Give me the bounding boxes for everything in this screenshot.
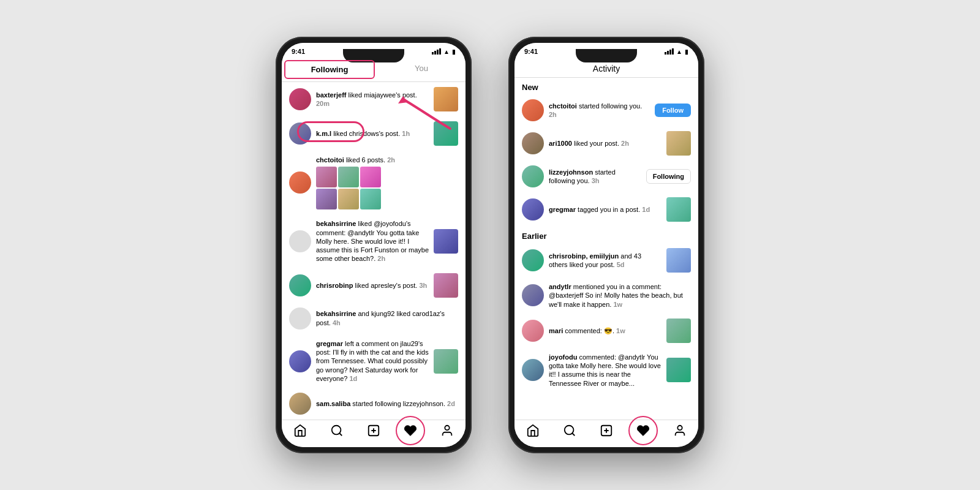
avatar[interactable]	[522, 165, 544, 187]
username[interactable]: sam.saliba	[316, 400, 350, 407]
username[interactable]: chctoitoi	[549, 102, 577, 110]
username[interactable]: gregmar	[549, 206, 576, 213]
timestamp: 4h	[333, 319, 341, 326]
activity-thumb[interactable]	[434, 229, 458, 254]
wifi-icon: ▲	[443, 48, 450, 55]
svg-line-2	[339, 433, 342, 435]
following-button[interactable]: Following	[646, 169, 691, 184]
mini-thumb[interactable]	[338, 167, 359, 187]
battery-icon: ▮	[452, 48, 456, 55]
activity-text: k.m.l liked chrisdows's post. 1h	[316, 129, 429, 138]
list-item: sam.saliba started following lizzeyjohns…	[282, 388, 466, 420]
left-status-icons: ▲ ▮	[432, 48, 456, 55]
section-earlier-label: Earlier	[514, 227, 698, 243]
avatar[interactable]	[289, 393, 311, 415]
activity-text: joyofodu commented: @andytlr You gotta t…	[549, 353, 662, 388]
list-item: lizzeyjohnson started following you. 3h …	[514, 160, 698, 192]
avatar[interactable]	[289, 350, 311, 372]
activity-thumb[interactable]	[434, 121, 458, 146]
avatar[interactable]	[289, 88, 311, 110]
activity-text: mari commented: 😎. 1w	[549, 326, 662, 335]
activity-text: chctoitoi liked 6 posts. 2h	[316, 156, 458, 209]
mini-thumb[interactable]	[316, 189, 337, 209]
tab-you[interactable]: You	[377, 58, 466, 81]
section-new-label: New	[514, 78, 698, 94]
nav-plus[interactable]	[355, 424, 392, 437]
activity-text: baxterjeff liked miajaywee's post. 20m	[316, 91, 429, 108]
nav-heart[interactable]	[392, 424, 429, 437]
list-item: chrisrobinp, emiilyjun and 43 others lik…	[514, 243, 698, 277]
timestamp: 20m	[316, 100, 330, 107]
nav-profile[interactable]	[662, 424, 698, 437]
list-item: gregmar tagged you in a post. 1d	[514, 192, 698, 227]
signal-icon	[432, 48, 441, 55]
avatar[interactable]	[522, 359, 544, 381]
svg-point-7	[565, 426, 574, 435]
username[interactable]: chrisrobinp, emiilyjun	[549, 252, 619, 260]
timestamp: 2h	[621, 140, 629, 147]
list-item: bekahsirrine liked @joyofodu's comment: …	[282, 214, 466, 268]
activity-thumb[interactable]	[666, 358, 691, 382]
avatar[interactable]	[289, 307, 311, 330]
right-phone: 9:41 ▲ ▮ Activity	[508, 37, 704, 453]
avatar[interactable]	[522, 320, 544, 342]
avatar[interactable]	[522, 132, 544, 154]
svg-point-12	[677, 426, 682, 430]
left-tab-bar: Following You	[282, 58, 466, 82]
svg-point-1	[332, 426, 341, 435]
avatar[interactable]	[522, 198, 544, 221]
activity-thumb[interactable]	[666, 248, 691, 273]
avatar[interactable]	[289, 230, 311, 252]
activity-thumb[interactable]	[666, 131, 691, 156]
activity-text: ari1000 liked your post. 2h	[549, 139, 662, 148]
username[interactable]: joyofodu	[549, 353, 577, 361]
list-item: k.m.l liked chrisdows's post. 1h	[282, 116, 466, 151]
nav-search[interactable]	[318, 424, 355, 437]
timestamp: 1h	[402, 130, 410, 137]
username[interactable]: chrisrobinp	[316, 282, 353, 289]
activity-thumb[interactable]	[434, 87, 458, 111]
avatar[interactable]	[522, 249, 544, 271]
follow-button[interactable]: Follow	[655, 104, 691, 117]
username[interactable]: k.m.l	[316, 130, 331, 137]
username[interactable]: andytlr	[549, 283, 571, 290]
activity-text: chrisrobinp, emiilyjun and 43 others lik…	[549, 252, 662, 270]
tab-following[interactable]: Following	[284, 60, 375, 79]
username[interactable]: bekahsirrine	[316, 220, 356, 227]
nav-profile[interactable]	[429, 424, 466, 437]
activity-thumb[interactable]	[434, 273, 458, 298]
avatar[interactable]	[289, 274, 311, 296]
left-phone: 9:41 ▲ ▮ Following	[276, 37, 472, 453]
avatar[interactable]	[522, 99, 544, 121]
nav-home[interactable]	[514, 424, 551, 437]
username[interactable]: chctoitoi	[316, 156, 344, 164]
mini-thumb[interactable]	[360, 189, 381, 209]
mini-thumb[interactable]	[360, 167, 381, 187]
mini-thumb[interactable]	[338, 189, 359, 209]
list-item: ari1000 liked your post. 2h	[514, 126, 698, 160]
activity-thumb[interactable]	[434, 349, 458, 374]
activity-text: sam.saliba started following lizzeyjohns…	[316, 399, 458, 408]
nav-plus[interactable]	[588, 424, 625, 437]
timestamp: 1d	[349, 375, 357, 382]
nav-heart[interactable]	[625, 424, 662, 437]
nav-home[interactable]	[282, 424, 318, 437]
activity-thumb[interactable]	[666, 197, 691, 222]
avatar[interactable]	[289, 172, 311, 194]
avatar[interactable]	[289, 123, 311, 145]
username[interactable]: gregmar	[316, 340, 343, 347]
activity-thumb[interactable]	[666, 318, 691, 343]
notch	[576, 49, 637, 62]
username[interactable]: lizzeyjohnson	[549, 168, 593, 176]
username[interactable]: bekahsirrine	[316, 310, 356, 317]
mini-thumb[interactable]	[316, 167, 337, 187]
nav-search[interactable]	[551, 424, 588, 437]
list-item: andytlr mentioned you in a comment: @bax…	[514, 277, 698, 314]
timestamp: 2d	[447, 400, 455, 407]
username[interactable]: ari1000	[549, 140, 572, 147]
username[interactable]: baxterjeff	[316, 91, 347, 99]
list-item: gregmar left a comment on jlau29's post:…	[282, 334, 466, 388]
timestamp: 1w	[613, 301, 622, 308]
avatar[interactable]	[522, 284, 544, 306]
username[interactable]: mari	[549, 327, 563, 334]
